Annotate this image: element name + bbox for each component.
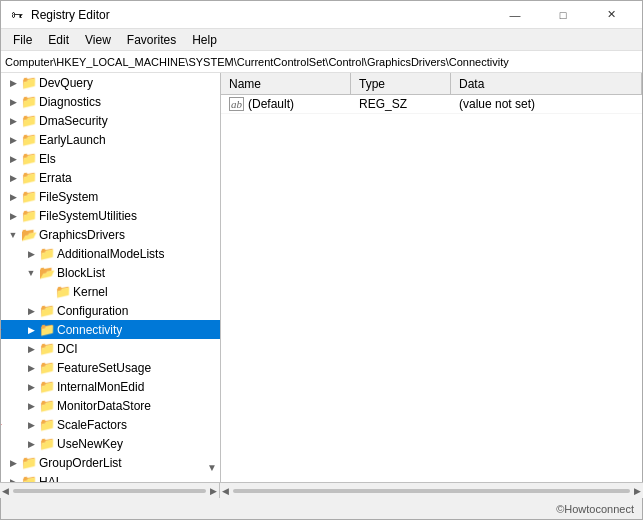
tree-item-featuresetusage[interactable]: ▶ 📁 FeatureSetUsage — [1, 358, 220, 377]
cell-name: ab (Default) — [221, 96, 351, 112]
col-header-data[interactable]: Data — [451, 73, 642, 94]
detail-header: Name Type Data — [221, 73, 642, 95]
expand-internalmonedid[interactable]: ▶ — [23, 379, 39, 395]
tree-pane[interactable]: ▶ 📁 DevQuery ▶ 📁 Diagnostics ▶ 📁 DmaSecu… — [1, 73, 221, 497]
expand-kernel[interactable]: ▶ — [39, 284, 55, 300]
table-row[interactable]: ab (Default) REG_SZ (value not set) — [221, 95, 642, 114]
folder-icon-additionalmodelists: 📁 — [39, 246, 55, 262]
tree-item-configuration[interactable]: ▶ 📁 Configuration — [1, 301, 220, 320]
tree-item-connectivity[interactable]: ▶ 📁 Connectivity — [1, 320, 220, 339]
registry-editor-window: 🗝 Registry Editor — □ ✕ File Edit View F… — [0, 0, 643, 520]
expand-filesystemutils[interactable]: ▶ — [5, 208, 21, 224]
expand-featuresetusage[interactable]: ▶ — [23, 360, 39, 376]
expand-els[interactable]: ▶ — [5, 151, 21, 167]
expand-blocklist[interactable]: ▼ — [23, 265, 39, 281]
tree-item-diagnostics[interactable]: ▶ 📁 Diagnostics — [1, 92, 220, 111]
expand-dci[interactable]: ▶ — [23, 341, 39, 357]
copyright-text: ©Howtoconnect — [556, 503, 634, 515]
folder-icon-usenewkey: 📁 — [39, 436, 55, 452]
expand-earlylaunch[interactable]: ▶ — [5, 132, 21, 148]
expand-monitordatastore[interactable]: ▶ — [23, 398, 39, 414]
tree-label-blocklist: BlockList — [57, 266, 105, 280]
expand-filesystem[interactable]: ▶ — [5, 189, 21, 205]
expand-graphicsdrivers[interactable]: ▼ — [5, 227, 21, 243]
tree-item-additionalmodelists[interactable]: ▶ 📁 AdditionalModeLists — [1, 244, 220, 263]
tree-label-configuration: Configuration — [57, 304, 128, 318]
col-header-type[interactable]: Type — [351, 73, 451, 94]
col-header-name[interactable]: Name — [221, 73, 351, 94]
expand-devquery[interactable]: ▶ — [5, 75, 21, 91]
tree-item-errata[interactable]: ▶ 📁 Errata — [1, 168, 220, 187]
menu-help[interactable]: Help — [184, 31, 225, 49]
folder-icon-connectivity: 📁 — [39, 322, 55, 338]
expand-usenewkey[interactable]: ▶ — [23, 436, 39, 452]
tree-item-els[interactable]: ▶ 📁 Els — [1, 149, 220, 168]
tree-label-usenewkey: UseNewKey — [57, 437, 123, 451]
tree-label-internalmonedid: InternalMonEdid — [57, 380, 144, 394]
status-bar: ©Howtoconnect — [1, 497, 642, 519]
menu-favorites[interactable]: Favorites — [119, 31, 184, 49]
detail-scroll-right-btn[interactable]: ▶ — [634, 486, 641, 496]
detail-hscrollbar[interactable]: ◀ ▶ — [220, 482, 643, 498]
expand-configuration[interactable]: ▶ — [23, 303, 39, 319]
folder-icon-devquery: 📁 — [21, 75, 37, 91]
tree-label-featuresetusage: FeatureSetUsage — [57, 361, 151, 375]
connectivity-row-container: → ▶ 📁 Connectivity — [1, 320, 220, 339]
expand-connectivity[interactable]: ▶ — [23, 322, 39, 338]
tree-label-graphicsdrivers: GraphicsDrivers — [39, 228, 125, 242]
cell-name-value: (Default) — [248, 97, 294, 111]
menu-view[interactable]: View — [77, 31, 119, 49]
tree-item-kernel[interactable]: ▶ 📁 Kernel — [1, 282, 220, 301]
close-button[interactable]: ✕ — [588, 1, 634, 29]
folder-icon-featuresetusage: 📁 — [39, 360, 55, 376]
scroll-right-btn[interactable]: ▶ — [210, 486, 217, 496]
tree-item-blocklist[interactable]: ▼ 📂 BlockList — [1, 263, 220, 282]
minimize-button[interactable]: — — [492, 1, 538, 29]
folder-icon-filesystem: 📁 — [21, 189, 37, 205]
tree-label-filesystemutils: FileSystemUtilities — [39, 209, 137, 223]
maximize-button[interactable]: □ — [540, 1, 586, 29]
tree-item-scalefactors[interactable]: ▶ 📁 ScaleFactors — [1, 415, 220, 434]
tree-item-monitordatastore[interactable]: ▶ 📁 MonitorDataStore — [1, 396, 220, 415]
expand-grouporderlist[interactable]: ▶ — [5, 455, 21, 471]
scalefactors-row-container: → ▶ 📁 ScaleFactors — [1, 415, 220, 434]
tree-label-kernel: Kernel — [73, 285, 108, 299]
tree-item-earlylaunch[interactable]: ▶ 📁 EarlyLaunch — [1, 130, 220, 149]
tree-item-filesystem[interactable]: ▶ 📁 FileSystem — [1, 187, 220, 206]
folder-icon-earlylaunch: 📁 — [21, 132, 37, 148]
detail-scroll-left-btn[interactable]: ◀ — [222, 486, 229, 496]
tree-label-els: Els — [39, 152, 56, 166]
address-path[interactable]: Computer\HKEY_LOCAL_MACHINE\SYSTEM\Curre… — [5, 56, 638, 68]
expand-errata[interactable]: ▶ — [5, 170, 21, 186]
tree-label-errata: Errata — [39, 171, 72, 185]
expand-scalefactors[interactable]: ▶ — [23, 417, 39, 433]
expand-additionalmodelists[interactable]: ▶ — [23, 246, 39, 262]
tree-item-dmasecurity[interactable]: ▶ 📁 DmaSecurity — [1, 111, 220, 130]
scroll-track — [13, 489, 206, 493]
tree-item-graphicsdrivers[interactable]: ▼ 📂 GraphicsDrivers — [1, 225, 220, 244]
menu-bar: File Edit View Favorites Help — [1, 29, 642, 51]
tree-item-filesystemutils[interactable]: ▶ 📁 FileSystemUtilities — [1, 206, 220, 225]
expand-dmasecurity[interactable]: ▶ — [5, 113, 21, 129]
folder-icon-internalmonedid: 📁 — [39, 379, 55, 395]
content-area: ▶ 📁 DevQuery ▶ 📁 Diagnostics ▶ 📁 DmaSecu… — [1, 73, 642, 497]
menu-file[interactable]: File — [5, 31, 40, 49]
tree-hscrollbar[interactable]: ◀ ▶ — [0, 482, 220, 498]
folder-icon-dci: 📁 — [39, 341, 55, 357]
tree-item-usenewkey[interactable]: ▶ 📁 UseNewKey — [1, 434, 220, 453]
tree-item-grouporderlist[interactable]: ▶ 📁 GroupOrderList — [1, 453, 220, 472]
tree-item-dci[interactable]: ▶ 📁 DCI — [1, 339, 220, 358]
tree-label-earlylaunch: EarlyLaunch — [39, 133, 106, 147]
tree-item-devquery[interactable]: ▶ 📁 DevQuery — [1, 73, 220, 92]
scroll-left-btn[interactable]: ◀ — [2, 486, 9, 496]
reg-type-icon: ab — [229, 97, 244, 111]
tree-label-dmasecurity: DmaSecurity — [39, 114, 108, 128]
detail-scroll-track — [233, 489, 630, 493]
menu-edit[interactable]: Edit — [40, 31, 77, 49]
folder-icon-blocklist: 📂 — [39, 265, 55, 281]
detail-pane[interactable]: Name Type Data ab (Default) REG_SZ (valu… — [221, 73, 642, 497]
tree-label-monitordatastore: MonitorDataStore — [57, 399, 151, 413]
expand-diagnostics[interactable]: ▶ — [5, 94, 21, 110]
title-bar: 🗝 Registry Editor — □ ✕ — [1, 1, 642, 29]
tree-item-internalmonedid[interactable]: ▶ 📁 InternalMonEdid — [1, 377, 220, 396]
